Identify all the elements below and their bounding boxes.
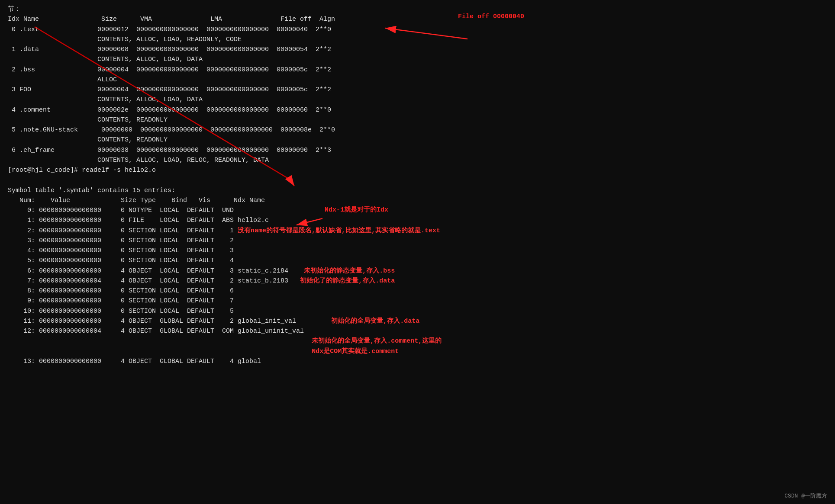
line-sym5: 5: 0000000000000000 0 SECTION LOCAL DEFA…: [8, 256, 827, 266]
line-sym9: 9: 0000000000000000 0 SECTION LOCAL DEFA…: [8, 296, 827, 306]
line-row6b: CONTENTS, ALLOC, LOAD, RELOC, READONLY, …: [8, 155, 827, 165]
line-sym10: 10: 0000000000000000 0 SECTION LOCAL DEF…: [8, 306, 827, 316]
line-sym13: 13: 0000000000000000 4 OBJECT GLOBAL DEF…: [8, 356, 827, 366]
sym2-annotation: 没有name的符号都是段名,默认缺省,比如这里,其实省略的就是.text: [238, 227, 440, 234]
line-row5b: CONTENTS, READONLY: [8, 135, 827, 145]
line-prompt1: [root@hjl c_code]# readelf -s hello2.o: [8, 165, 827, 175]
sym6-annotation: 未初始化的静态变量,存入.bss: [304, 267, 395, 275]
line-sym11: 11: 0000000000000000 4 OBJECT GLOBAL DEF…: [8, 316, 827, 326]
sym12-annotation1: 未初始化的全局变量,存入.comment,这里的: [312, 337, 442, 345]
line-header-comment: 节：: [8, 4, 827, 14]
line-row0b: CONTENTS, ALLOC, LOAD, READONLY, CODE: [8, 35, 827, 45]
line-sym2: 2: 0000000000000000 0 SECTION LOCAL DEFA…: [8, 226, 827, 236]
line-sym6: 6: 0000000000000000 4 OBJECT LOCAL DEFAU…: [8, 266, 827, 276]
line-symtab-header: Symbol table '.symtab' contains 15 entri…: [8, 186, 827, 196]
line-row3a: 3 FOO 00000004 0000000000000000 00000000…: [8, 85, 827, 95]
line-row4a: 4 .comment 0000002e 0000000000000000 000…: [8, 105, 827, 115]
line-sym-col-header: Num: Value Size Type Bind Vis Ndx Name: [8, 196, 827, 205]
fileoff-annotation: File off 00000040: [458, 13, 524, 20]
line-row4b: CONTENTS, READONLY: [8, 115, 827, 125]
line-sym12-ann: 未初始化的全局变量,存入.comment,这里的: [8, 336, 827, 346]
line-sym8: 8: 0000000000000000 0 SECTION LOCAL DEFA…: [8, 286, 827, 296]
line-row5a: 5 .note.GNU-stack 00000000 0000000000000…: [8, 125, 827, 135]
watermark: CSDN @一阶魔方: [784, 492, 827, 500]
sym7-annotation: 初始化了的静态变量,存入.data: [300, 277, 395, 285]
ndx-annotation: Ndx-1就是对于的Idx: [325, 205, 388, 214]
line-row2b: ALLOC: [8, 75, 827, 85]
line-blank1: [8, 175, 827, 185]
line-row0a: 0 .text 00000012 0000000000000000 000000…: [8, 25, 827, 35]
line-row1a: 1 .data 00000008 0000000000000000 000000…: [8, 45, 827, 55]
line-sym7: 7: 0000000000000004 4 OBJECT LOCAL DEFAU…: [8, 276, 827, 286]
line-row6a: 6 .eh_frame 00000038 0000000000000000 00…: [8, 145, 827, 155]
line-row2a: 2 .bss 00000004 0000000000000000 0000000…: [8, 65, 827, 75]
sym12-annotation2: Ndx是COM其实就是.comment: [312, 348, 399, 355]
line-sym12: 12: 0000000000000004 4 OBJECT GLOBAL DEF…: [8, 326, 827, 336]
sym11-annotation: 初始化的全局变量,存入.data: [331, 318, 419, 325]
terminal-output: 节： Idx Name Size VMA LMA File off Algn 0…: [0, 0, 835, 371]
line-row3b: CONTENTS, ALLOC, LOAD, DATA: [8, 95, 827, 105]
line-sym0: 0: 0000000000000000 0 NOTYPE LOCAL DEFAU…: [8, 205, 827, 215]
line-sym1: 1: 0000000000000000 0 FILE LOCAL DEFAULT…: [8, 215, 827, 225]
line-sym12-ann2: Ndx是COM其实就是.comment: [8, 347, 827, 356]
line-sym4: 4: 0000000000000000 0 SECTION LOCAL DEFA…: [8, 246, 827, 256]
line-row1b: CONTENTS, ALLOC, LOAD, DATA: [8, 55, 827, 64]
line-col-header: Idx Name Size VMA LMA File off Algn: [8, 14, 827, 24]
line-sym3: 3: 0000000000000000 0 SECTION LOCAL DEFA…: [8, 236, 827, 246]
